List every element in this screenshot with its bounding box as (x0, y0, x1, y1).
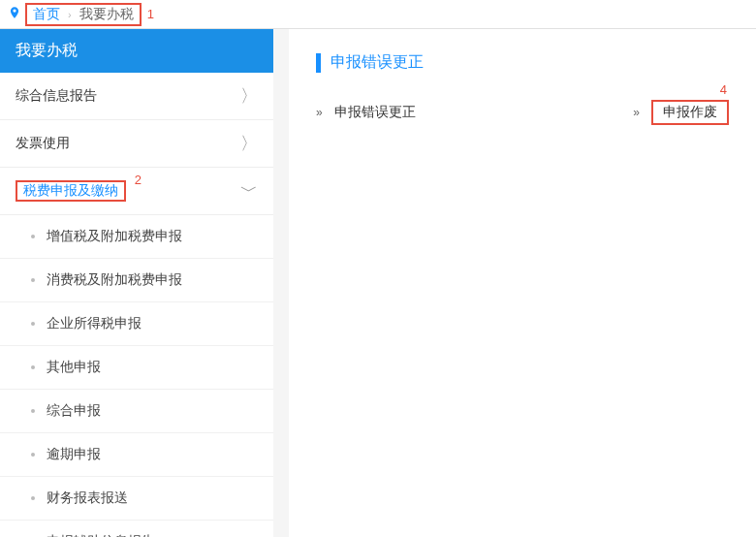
sidebar-subitem-label: 其他申报 (47, 359, 101, 376)
sidebar-cat-invoice[interactable]: 发票使用 〉 (0, 120, 273, 168)
content-item-label: 申报错误更正 (334, 104, 416, 121)
chevron-right-icon: 〉 (240, 132, 258, 155)
content-item-label: 申报作废 (663, 104, 717, 119)
breadcrumb-separator: › (68, 9, 72, 20)
annotation-2: 2 (135, 173, 142, 187)
chevron-down-icon: ﹀ (240, 179, 258, 203)
content-header: 申报错误更正 (316, 52, 729, 73)
sidebar-sublist: 增值税及附加税费申报 消费税及附加税费申报 企业所得税申报 其他申报 综合申报 … (0, 215, 273, 537)
breadcrumb-current: 我要办税 (79, 6, 134, 23)
sidebar-cat-info-report[interactable]: 综合信息报告 〉 (0, 73, 273, 120)
sidebar-subitem-label: 申报辅助信息报告 (47, 533, 155, 537)
sidebar-cat-label: 综合信息报告 (16, 87, 97, 105)
sidebar-subitem-label: 企业所得税申报 (47, 315, 142, 332)
location-icon (8, 6, 21, 23)
sidebar-cat-label: 税费申报及缴纳 (23, 182, 118, 198)
content-item-void[interactable]: 4 » 申报作废 (633, 100, 729, 125)
content-header-bar-icon (316, 53, 321, 73)
sidebar-subitem-label: 增值税及附加税费申报 (47, 228, 182, 245)
annotation-1: 1 (147, 7, 154, 21)
double-chevron-right-icon: » (316, 106, 323, 119)
sidebar-subitem-vat[interactable]: 增值税及附加税费申报 (0, 215, 273, 259)
chevron-right-icon: 〉 (240, 84, 258, 108)
sidebar-cat-tax-declare[interactable]: 税费申报及缴纳 2 ﹀ (0, 168, 273, 215)
sidebar-subitem-enterprise[interactable]: 企业所得税申报 (0, 302, 273, 346)
sidebar: 我要办税 综合信息报告 〉 发票使用 〉 税费申报及缴纳 2 ﹀ 增值税及附加税… (0, 29, 273, 537)
sidebar-subitem-label: 消费税及附加税费申报 (47, 271, 182, 289)
sidebar-subitem-overdue[interactable]: 逾期申报 (0, 433, 273, 477)
sidebar-subitem-label: 财务报表报送 (47, 490, 128, 507)
sidebar-cat-highlight-box: 税费申报及缴纳 (16, 180, 126, 202)
breadcrumb-home-link[interactable]: 首页 (33, 6, 60, 23)
sidebar-subitem-label: 逾期申报 (47, 446, 101, 463)
sidebar-cat-label: 发票使用 (16, 135, 70, 152)
content-item-highlight-box: 申报作废 (651, 100, 729, 125)
annotation-4: 4 (720, 82, 727, 97)
content-panel: 申报错误更正 » 申报错误更正 4 » 申报作废 (289, 29, 756, 537)
sidebar-title: 我要办税 (0, 29, 273, 73)
sidebar-subitem-financial[interactable]: 财务报表报送 (0, 477, 273, 521)
double-chevron-right-icon: » (633, 106, 640, 119)
content-item-correction[interactable]: » 申报错误更正 (316, 100, 416, 125)
breadcrumb-highlight-box: 首页 › 我要办税 (25, 3, 142, 26)
sidebar-subitem-comprehensive[interactable]: 综合申报 (0, 390, 273, 433)
content-title: 申报错误更正 (331, 52, 424, 73)
sidebar-subitem-consumption[interactable]: 消费税及附加税费申报 (0, 259, 273, 302)
sidebar-subitem-other[interactable]: 其他申报 (0, 346, 273, 390)
breadcrumb: 首页 › 我要办税 1 (0, 0, 756, 29)
sidebar-subitem-label: 综合申报 (47, 402, 101, 420)
sidebar-subitem-auxiliary[interactable]: 申报辅助信息报告 (0, 521, 273, 537)
